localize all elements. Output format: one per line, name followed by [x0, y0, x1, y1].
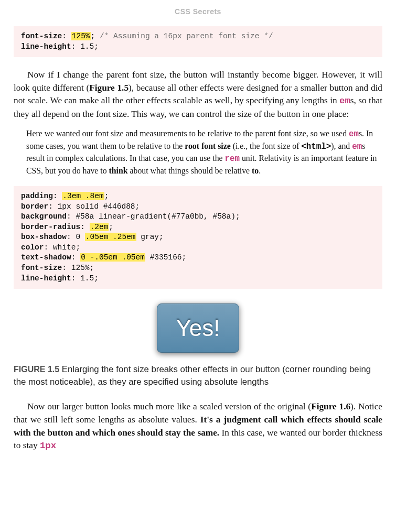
- css-prop: color: [21, 243, 44, 252]
- css-prop: text-shadow: [21, 253, 71, 262]
- highlight: 0 -.05em .05em: [80, 253, 145, 262]
- css-prop: border: [21, 202, 48, 211]
- inline-code-1px: 1px: [40, 441, 56, 451]
- highlight: .05em .25em: [85, 233, 136, 241]
- css-prop: line-height: [21, 42, 71, 51]
- text: Here we wanted our font size and measure…: [26, 129, 349, 138]
- css-value: white: [53, 243, 76, 252]
- figure-caption-1-5: FIGURE 1.5 Enlarging the font size break…: [14, 363, 382, 388]
- css-value: #58a linear-gradient(#77a0bb, #58a): [76, 212, 236, 221]
- bold-text: to: [252, 166, 259, 175]
- yes-button-demo: Yes!: [157, 303, 239, 353]
- figure-ref: Figure 1.6: [311, 401, 350, 411]
- css-prop: border-radius: [21, 223, 80, 231]
- text: (i.e., the font size of: [231, 142, 302, 150]
- css-prop: font-size: [21, 264, 62, 272]
- text: Now our larger button looks much more li…: [27, 401, 311, 411]
- text: .: [259, 166, 261, 175]
- highlight: .3em .8em: [62, 192, 104, 200]
- figure-1-5: Yes!: [14, 303, 382, 353]
- figure-ref: Figure 1.5: [89, 83, 129, 93]
- css-value: gray: [136, 233, 159, 241]
- figure-caption-text: Enlarging the font size breaks other eff…: [14, 364, 371, 387]
- bold-text: root font size: [185, 142, 230, 150]
- code-block-1: font-size: 125%; /* Assuming a 16px pare…: [14, 26, 382, 57]
- css-value: 1px solid #446d88: [58, 202, 135, 211]
- figure-label: FIGURE 1.5: [14, 365, 59, 374]
- css-prop: padding: [21, 192, 53, 200]
- paragraph-1: Now if I change the parent font size, th…: [14, 69, 382, 121]
- page-header: CSS Secrets: [14, 7, 382, 16]
- css-prop: box-shadow: [21, 233, 67, 241]
- css-value: 1.5: [80, 274, 94, 283]
- inline-code-rem: rem: [225, 154, 240, 164]
- text: ), and: [331, 142, 352, 150]
- css-value: 1.5: [80, 42, 94, 51]
- note-block: Here we wanted our font size and measure…: [26, 128, 382, 177]
- css-value: 125%: [71, 264, 90, 272]
- inline-code-em: em: [339, 96, 350, 106]
- text: about what things should be relative: [128, 166, 252, 175]
- css-prop: line-height: [21, 274, 71, 283]
- code-comment: /* Assuming a 16px parent font size */: [100, 32, 273, 40]
- css-prop: background: [21, 212, 67, 221]
- code-block-2: padding: .3em .8em; border: 1px solid #4…: [14, 186, 382, 289]
- css-prop: font-size: [21, 32, 62, 40]
- inline-code-em: em: [352, 142, 362, 151]
- bold-text: think: [109, 166, 128, 175]
- inline-code-html: <html>: [301, 142, 331, 151]
- page: CSS Secrets font-size: 125%; /* Assuming…: [0, 0, 396, 532]
- paragraph-2: Now our larger button looks much more li…: [14, 400, 382, 452]
- highlight: 125%: [71, 32, 91, 40]
- css-value: 0: [76, 233, 84, 241]
- highlight: .2em: [90, 223, 109, 231]
- inline-code-em: em: [349, 129, 359, 139]
- css-value: #335166: [145, 253, 182, 262]
